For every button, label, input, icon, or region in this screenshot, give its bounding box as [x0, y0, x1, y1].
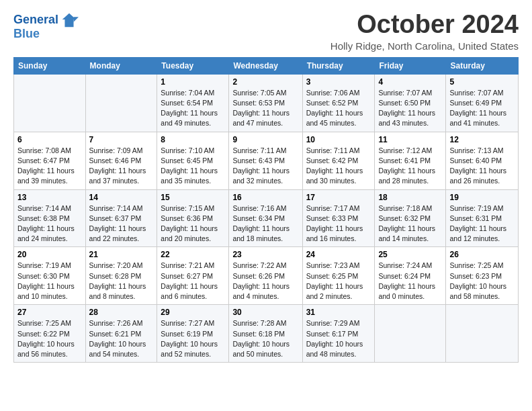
day-number: 28: [89, 308, 154, 317]
day-info: Sunrise: 7:14 AMSunset: 6:38 PMDaylight:…: [17, 204, 75, 243]
day-info: Sunrise: 7:17 AMSunset: 6:33 PMDaylight:…: [306, 204, 363, 243]
day-info: Sunrise: 7:07 AMSunset: 6:49 PMDaylight:…: [449, 89, 506, 128]
day-info: Sunrise: 7:14 AMSunset: 6:37 PMDaylight:…: [89, 204, 146, 243]
day-number: 8: [161, 135, 225, 144]
day-number: 24: [306, 250, 371, 259]
day-number: 16: [232, 193, 298, 202]
table-row: [375, 305, 446, 363]
day-info: Sunrise: 7:09 AMSunset: 6:46 PMDaylight:…: [89, 146, 146, 185]
col-wednesday: Wednesday: [229, 57, 302, 74]
table-row: 27Sunrise: 7:25 AMSunset: 6:22 PMDayligh…: [14, 305, 86, 363]
col-friday: Friday: [375, 57, 446, 74]
day-number: 17: [306, 193, 371, 202]
table-row: 14Sunrise: 7:14 AMSunset: 6:37 PMDayligh…: [85, 189, 157, 247]
day-info: Sunrise: 7:27 AMSunset: 6:19 PMDaylight:…: [161, 319, 218, 358]
table-row: 19Sunrise: 7:19 AMSunset: 6:31 PMDayligh…: [446, 189, 519, 247]
day-number: 27: [17, 308, 82, 317]
table-row: 31Sunrise: 7:29 AMSunset: 6:17 PMDayligh…: [302, 305, 375, 363]
day-number: 19: [449, 193, 515, 202]
table-row: 1Sunrise: 7:04 AMSunset: 6:54 PMDaylight…: [157, 74, 229, 132]
table-row: 25Sunrise: 7:24 AMSunset: 6:24 PMDayligh…: [375, 247, 446, 305]
table-row: 2Sunrise: 7:05 AMSunset: 6:53 PMDaylight…: [229, 74, 302, 132]
col-monday: Monday: [85, 57, 157, 74]
table-row: 22Sunrise: 7:21 AMSunset: 6:27 PMDayligh…: [157, 247, 229, 305]
table-row: 21Sunrise: 7:20 AMSunset: 6:28 PMDayligh…: [85, 247, 157, 305]
table-row: 17Sunrise: 7:17 AMSunset: 6:33 PMDayligh…: [302, 189, 375, 247]
day-number: 22: [161, 250, 225, 259]
table-row: 24Sunrise: 7:23 AMSunset: 6:25 PMDayligh…: [302, 247, 375, 305]
table-row: 6Sunrise: 7:08 AMSunset: 6:47 PMDaylight…: [14, 132, 86, 189]
table-row: 7Sunrise: 7:09 AMSunset: 6:46 PMDaylight…: [85, 132, 157, 189]
day-info: Sunrise: 7:21 AMSunset: 6:27 PMDaylight:…: [161, 261, 218, 300]
table-row: 16Sunrise: 7:16 AMSunset: 6:34 PMDayligh…: [229, 189, 302, 247]
table-row: 8Sunrise: 7:10 AMSunset: 6:45 PMDaylight…: [157, 132, 229, 189]
location: Holly Ridge, North Carolina, United Stat…: [330, 40, 519, 52]
day-number: 3: [306, 77, 371, 87]
day-info: Sunrise: 7:11 AMSunset: 6:42 PMDaylight:…: [306, 146, 363, 185]
col-saturday: Saturday: [446, 57, 519, 74]
day-info: Sunrise: 7:19 AMSunset: 6:31 PMDaylight:…: [449, 204, 506, 243]
day-number: 9: [232, 135, 298, 144]
table-row: 28Sunrise: 7:26 AMSunset: 6:21 PMDayligh…: [85, 305, 157, 363]
table-row: 29Sunrise: 7:27 AMSunset: 6:19 PMDayligh…: [157, 305, 229, 363]
table-row: 13Sunrise: 7:14 AMSunset: 6:38 PMDayligh…: [14, 189, 86, 247]
title-block: October 2024 Holly Ridge, North Carolina…: [330, 11, 519, 52]
day-info: Sunrise: 7:23 AMSunset: 6:25 PMDaylight:…: [306, 261, 363, 300]
day-info: Sunrise: 7:18 AMSunset: 6:32 PMDaylight:…: [378, 204, 435, 243]
day-number: 29: [161, 308, 225, 317]
day-number: 20: [17, 250, 82, 259]
table-row: 26Sunrise: 7:25 AMSunset: 6:23 PMDayligh…: [446, 247, 519, 305]
calendar-header: Sunday Monday Tuesday Wednesday Thursday…: [14, 57, 519, 74]
day-info: Sunrise: 7:13 AMSunset: 6:40 PMDaylight:…: [449, 146, 506, 185]
table-row: 30Sunrise: 7:28 AMSunset: 6:18 PMDayligh…: [229, 305, 302, 363]
day-number: 14: [89, 193, 154, 202]
day-info: Sunrise: 7:24 AMSunset: 6:24 PMDaylight:…: [378, 261, 435, 300]
table-row: 11Sunrise: 7:12 AMSunset: 6:41 PMDayligh…: [375, 132, 446, 189]
day-number: 7: [89, 135, 154, 144]
day-number: 31: [306, 308, 371, 317]
col-tuesday: Tuesday: [157, 57, 229, 74]
logo-icon: [60, 11, 79, 30]
svg-marker-1: [74, 17, 79, 21]
day-info: Sunrise: 7:11 AMSunset: 6:43 PMDaylight:…: [232, 146, 290, 185]
day-info: Sunrise: 7:25 AMSunset: 6:23 PMDaylight:…: [449, 261, 506, 300]
calendar-body: 1Sunrise: 7:04 AMSunset: 6:54 PMDaylight…: [14, 74, 519, 362]
day-number: 2: [232, 77, 298, 87]
month-title: October 2024: [330, 11, 519, 39]
logo: General Blue: [13, 11, 79, 41]
day-info: Sunrise: 7:15 AMSunset: 6:36 PMDaylight:…: [161, 204, 218, 243]
day-info: Sunrise: 7:28 AMSunset: 6:18 PMDaylight:…: [232, 319, 290, 358]
day-info: Sunrise: 7:20 AMSunset: 6:28 PMDaylight:…: [89, 261, 146, 300]
day-info: Sunrise: 7:26 AMSunset: 6:21 PMDaylight:…: [89, 319, 146, 358]
day-info: Sunrise: 7:25 AMSunset: 6:22 PMDaylight:…: [17, 319, 75, 358]
table-row: 20Sunrise: 7:19 AMSunset: 6:30 PMDayligh…: [14, 247, 86, 305]
day-info: Sunrise: 7:07 AMSunset: 6:50 PMDaylight:…: [378, 89, 435, 128]
day-number: 5: [449, 77, 515, 87]
table-row: 9Sunrise: 7:11 AMSunset: 6:43 PMDaylight…: [229, 132, 302, 189]
day-number: 4: [378, 77, 442, 87]
table-row: 18Sunrise: 7:18 AMSunset: 6:32 PMDayligh…: [375, 189, 446, 247]
day-number: 13: [17, 193, 82, 202]
day-number: 11: [378, 135, 442, 144]
table-row: 5Sunrise: 7:07 AMSunset: 6:49 PMDaylight…: [446, 74, 519, 132]
day-number: 12: [449, 135, 515, 144]
page-container: General Blue October 2024 Holly Ridge, N…: [0, 0, 532, 371]
day-info: Sunrise: 7:08 AMSunset: 6:47 PMDaylight:…: [17, 146, 75, 185]
logo-text: General: [13, 13, 58, 27]
day-number: 18: [378, 193, 442, 202]
table-row: 10Sunrise: 7:11 AMSunset: 6:42 PMDayligh…: [302, 132, 375, 189]
day-number: 30: [232, 308, 298, 317]
header: General Blue October 2024 Holly Ridge, N…: [13, 11, 519, 52]
table-row: [85, 74, 157, 132]
day-info: Sunrise: 7:16 AMSunset: 6:34 PMDaylight:…: [232, 204, 290, 243]
table-row: 23Sunrise: 7:22 AMSunset: 6:26 PMDayligh…: [229, 247, 302, 305]
day-info: Sunrise: 7:10 AMSunset: 6:45 PMDaylight:…: [161, 146, 218, 185]
day-info: Sunrise: 7:06 AMSunset: 6:52 PMDaylight:…: [306, 89, 363, 128]
day-number: 25: [378, 250, 442, 259]
table-row: 15Sunrise: 7:15 AMSunset: 6:36 PMDayligh…: [157, 189, 229, 247]
day-info: Sunrise: 7:22 AMSunset: 6:26 PMDaylight:…: [232, 261, 290, 300]
table-row: 12Sunrise: 7:13 AMSunset: 6:40 PMDayligh…: [446, 132, 519, 189]
calendar-table: Sunday Monday Tuesday Wednesday Thursday…: [13, 57, 519, 363]
table-row: [446, 305, 519, 363]
day-number: 26: [449, 250, 515, 259]
